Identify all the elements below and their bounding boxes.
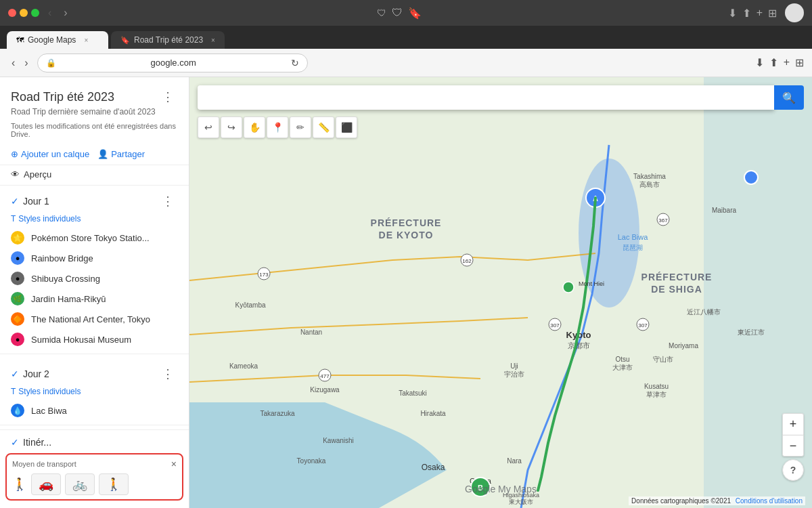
day2-header: ✓ Jour 2 ⋮ [0, 358, 189, 385]
upload-action-icon[interactable]: ⬆ [769, 56, 778, 69]
styles-icon: T [11, 214, 16, 224]
more-tools-button[interactable]: ⬛ [336, 117, 357, 138]
svg-point-47 [563, 282, 574, 293]
map-attribution: Données cartographiques ©2021 Conditions… [629, 496, 805, 505]
preview-button[interactable]: 👁 Aperçu [0, 165, 189, 186]
itinerary-section: ✓ Itinér... Moyen de transport × 🚶 🚗 🚲 🚶 [0, 429, 189, 508]
day2-styles-link[interactable]: T Styles individuels [0, 385, 189, 400]
list-item[interactable]: ● Sumida Hokusai Museum [0, 329, 189, 350]
panel-title-row: Road Trip été 2023 ⋮ [11, 88, 178, 106]
list-item[interactable]: ● Rainbow Bridge [0, 248, 189, 268]
nav-forward-btn[interactable]: › [21, 56, 31, 70]
maximize-window-btn[interactable] [31, 9, 39, 17]
new-tab-icon[interactable]: + [757, 7, 763, 19]
share-icon: ⬆ [742, 7, 751, 20]
map-search-input[interactable] [198, 85, 774, 110]
svg-text:Otsu: Otsu [615, 356, 629, 363]
minimize-window-btn[interactable] [20, 9, 28, 17]
day2-check-icon[interactable]: ✓ [11, 368, 19, 379]
draw-tool-button[interactable]: ✏ [290, 117, 311, 138]
place-icon-rainbow: ● [11, 251, 24, 265]
svg-text:草津市: 草津市 [646, 391, 667, 398]
share-button[interactable]: 👤 Partager [97, 149, 145, 159]
redo-tool-button[interactable]: ↪ [221, 117, 242, 138]
svg-text:Toyonaka: Toyonaka [297, 457, 326, 465]
map-search-button[interactable]: 🔍 [774, 85, 804, 110]
itinerary-title: ✓ Itinér... [11, 437, 51, 448]
svg-text:307: 307 [550, 322, 560, 329]
transport-options: 🚶 🚗 🚲 🚶 [12, 473, 177, 495]
map-area: 173 477 162 307 307 367 PRÉFECTURE DE KY… [189, 77, 812, 508]
place-icon-shibuya: ● [11, 272, 24, 285]
main-layout: Road Trip été 2023 ⋮ Road Trip dernière … [0, 77, 812, 508]
refresh-icon[interactable]: ↻ [291, 58, 299, 68]
map-zoom-controls: + − ? [782, 413, 804, 481]
maps-tab-icon: 🗺 [16, 36, 24, 44]
svg-text:367: 367 [658, 217, 668, 224]
nav-back-btn[interactable]: ‹ [8, 56, 18, 70]
svg-text:宇治市: 宇治市 [504, 371, 524, 378]
grid-action-icon[interactable]: ⊞ [795, 56, 804, 69]
close-tab-icon[interactable]: × [84, 37, 88, 44]
place-name: Pokémon Store Tokyo Statio... [31, 233, 150, 243]
itinerary-check-icon[interactable]: ✓ [11, 437, 19, 448]
car-transport-button[interactable]: 🚗 [31, 473, 61, 495]
day2-menu-button[interactable]: ⋮ [158, 365, 178, 383]
browser-actions: ⬇ ⬆ + ⊞ [755, 56, 804, 69]
svg-text:高島市: 高島市 [639, 181, 660, 188]
day2-title: ✓ Jour 2 [11, 368, 49, 379]
forward-button[interactable]: › [60, 5, 70, 20]
place-icon-lac-biwa: 💧 [11, 404, 24, 417]
close-window-btn[interactable] [8, 9, 16, 17]
bookmark-icon: 🔖 [408, 7, 422, 20]
address-field[interactable]: 🔒 google.com ↻ [37, 54, 308, 72]
plus-action-icon[interactable]: + [784, 56, 790, 69]
list-item[interactable]: ⭐ Pokémon Store Tokyo Statio... [0, 228, 189, 248]
day1-check-icon[interactable]: ✓ [11, 196, 19, 207]
tab-road-trip[interactable]: 🔖 Road Trip été 2023 × [111, 31, 225, 49]
svg-text:Kyōtamba: Kyōtamba [235, 301, 265, 309]
share-icon: 👤 [97, 149, 108, 159]
panel-header: Road Trip été 2023 ⋮ Road Trip dernière … [0, 77, 189, 144]
list-item[interactable]: 🌿 Jardin Hama-Rikyū [0, 289, 189, 309]
walk-transport-button[interactable]: 🚶 [99, 473, 129, 495]
day1-styles-link[interactable]: T Styles individuels [0, 213, 189, 228]
list-item[interactable]: 🔶 The National Art Center, Tokyo [0, 309, 189, 329]
tab-google-maps[interactable]: 🗺 Google Maps × [7, 31, 108, 49]
transport-close-button[interactable]: × [171, 459, 177, 469]
svg-text:DE SHIGA: DE SHIGA [651, 284, 702, 295]
user-avatar[interactable] [785, 3, 804, 22]
svg-text:173: 173 [259, 272, 269, 278]
svg-text:Kizugawa: Kizugawa [310, 386, 340, 394]
panel-saved-status: Toutes les modifications ont été enregis… [11, 122, 178, 138]
place-name: Lac Biwa [31, 406, 67, 416]
svg-text:Takatsuki: Takatsuki [399, 389, 427, 397]
pan-tool-button[interactable]: ✋ [244, 117, 265, 138]
panel-menu-button[interactable]: ⋮ [158, 88, 178, 106]
panel-title: Road Trip été 2023 [11, 90, 114, 104]
download-action-icon[interactable]: ⬇ [755, 56, 764, 69]
back-button[interactable]: ‹ [45, 5, 55, 20]
measure-tool-button[interactable]: 📏 [313, 117, 334, 138]
svg-text:Takashima: Takashima [633, 173, 666, 180]
map-tools: ↩ ↪ ✋ 📍 ✏ 📏 ⬛ [198, 117, 357, 138]
svg-text:Nara: Nara [507, 457, 522, 465]
svg-text:東近江市: 東近江市 [738, 329, 765, 336]
zoom-out-button[interactable]: − [782, 435, 804, 457]
browser-chrome: ‹ › 🛡 🛡 🔖 ⬇ ⬆ + ⊞ [0, 0, 812, 26]
styles2-icon: T [11, 387, 16, 396]
terms-link[interactable]: Conditions d'utilisation [736, 497, 803, 505]
map-canvas[interactable]: 173 477 162 307 307 367 PRÉFECTURE DE KY… [189, 77, 812, 508]
list-item[interactable]: 💧 Lac Biwa [0, 400, 189, 421]
svg-text:307: 307 [638, 322, 648, 329]
add-layer-button[interactable]: ⊕ Ajouter un calque [11, 149, 89, 159]
bike-transport-button[interactable]: 🚲 [65, 473, 95, 495]
google-my-maps-logo: Google My Maps [465, 484, 537, 494]
zoom-in-button[interactable]: + [782, 413, 804, 435]
day1-menu-button[interactable]: ⋮ [158, 192, 178, 210]
marker-tool-button[interactable]: 📍 [267, 117, 288, 138]
list-item[interactable]: ● Shibuya Crossing [0, 268, 189, 289]
undo-tool-button[interactable]: ↩ [198, 117, 219, 138]
map-help-button[interactable]: ? [782, 459, 804, 481]
left-panel: Road Trip été 2023 ⋮ Road Trip dernière … [0, 77, 189, 508]
